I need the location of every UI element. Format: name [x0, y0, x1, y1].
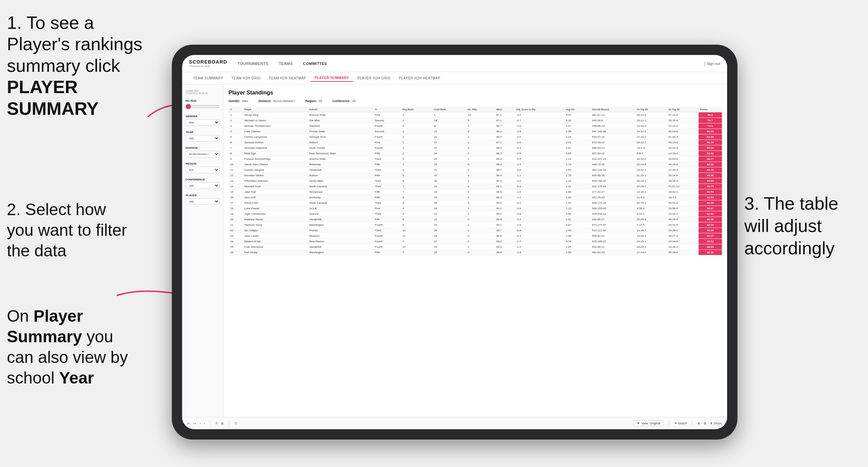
table-cell-17-6: 1	[466, 206, 494, 211]
table-cell-0-5: 1	[432, 112, 466, 118]
back-button[interactable]: ‹	[200, 422, 201, 425]
forward-button[interactable]: ›	[204, 422, 205, 425]
table-row[interactable]: 24Bastien AmatNew MexicoFourth127269.4-1…	[229, 239, 722, 244]
subnav-team-h2h-grid[interactable]: TEAM H2H GRID	[227, 75, 265, 81]
table-row[interactable]: 15Jake HallTennesseeFifth718068.6-1.51.6…	[229, 189, 722, 195]
top-navigation: SCOREBOARD Powered by dippi TOURNAMENTS …	[182, 55, 727, 72]
table-cell-22-0: 23	[229, 233, 243, 239]
table-row[interactable]: 14Maxwell FordNorth CarolinaThird722069.…	[229, 184, 722, 189]
table-row[interactable]: 12Brendan ValdesAuburnFifth537068.4-1.11…	[229, 173, 722, 178]
subnav-team-summary[interactable]: TEAM SUMMARY	[189, 75, 227, 81]
nav-item-tournaments[interactable]: TOURNAMENTS	[237, 60, 268, 67]
table-cell-23-10: 616-168-22	[590, 239, 635, 244]
table-cell-25-9: 1.56	[564, 250, 590, 255]
table-row[interactable]: 21Taehoon SongWashingtonFourth623169.1-1…	[229, 222, 722, 228]
table-cell-22-1: Jack Lundin	[243, 233, 308, 239]
export-button[interactable]: ⬇	[698, 422, 700, 425]
table-row[interactable]: 9Preston SummerhaysArizona StateThird324…	[229, 156, 722, 162]
col-reg-rank: Reg Rank	[401, 107, 432, 112]
filter-division-value: NCAA Division I	[273, 99, 295, 103]
player-select[interactable]: (All)	[186, 198, 220, 205]
table-row[interactable]: 18Luke PowellUCLAFirst424169.1-1.81.1350…	[229, 206, 722, 211]
filter-region-value: All	[319, 99, 322, 103]
table-cell-9-0: 10	[229, 162, 243, 167]
conference-select[interactable]: (All)	[186, 182, 220, 189]
table-row[interactable]: 25Cole SherwoodVanderbiltFourth1223169.3…	[229, 244, 722, 250]
table-row[interactable]: 7Nicholas GabrelcikNorth FloridaFourth12…	[229, 145, 722, 151]
table-cell-22-4: 11	[401, 233, 432, 239]
col-rank: #	[229, 107, 243, 112]
table-row[interactable]: 5Christo LamprechtGeorgia TechFourth2212…	[229, 134, 722, 140]
copy-button[interactable]: ⎘	[216, 422, 218, 425]
share-button[interactable]: ⬆ Share	[710, 422, 722, 425]
table-cell-11-6: 0	[466, 173, 494, 178]
table-cell-13-7: 69.1	[494, 184, 514, 189]
table-row[interactable]: 11Gordon SargentVanderbiltThird421068.7-…	[229, 167, 722, 173]
table-row[interactable]: 10Jacob Skov OlesenArkansasFifth123068.4…	[229, 162, 722, 167]
no-rds-slider[interactable]	[186, 104, 220, 109]
year-select[interactable]: (All)	[186, 135, 220, 142]
table-row[interactable]: 6Jackson KoivunAuburnFirst127167.3-2.02.…	[229, 140, 722, 145]
nav-item-teams[interactable]: TEAMS	[279, 60, 292, 67]
table-cell-23-9: 0.74	[564, 239, 590, 244]
table-row[interactable]: 13Phichaksn MaichonTexas A&MThird630169.…	[229, 178, 722, 184]
table-cell-3-11: 24-31-5	[635, 129, 667, 134]
col-conf-rank: Conf Rank	[432, 107, 466, 112]
table-cell-18-4: 5	[401, 211, 432, 217]
table-row[interactable]: 20Matthew RiedelVanderbiltFifth927068.8-…	[229, 217, 722, 222]
table-row[interactable]: 17David FordNorth CarolinaThird918069.0-…	[229, 200, 722, 206]
table-row[interactable]: 26Petr HrubyWashingtonFifth725068.6-1.81…	[229, 250, 722, 255]
subnav-player-summary[interactable]: PLAYER SUMMARY	[310, 75, 353, 82]
table-cell-9-1: Jacob Skov Olesen	[243, 162, 308, 167]
watch-button[interactable]: 👁 Watch	[674, 422, 687, 425]
col-points: Points	[699, 107, 722, 112]
redo-button[interactable]: ↪	[193, 422, 196, 425]
table-cell-20-8: -1.8	[514, 222, 564, 228]
subnav-player-h2h-heatmap[interactable]: PLAYER H2H HEATMAP	[395, 75, 445, 81]
table-cell-15-5: 19	[432, 195, 466, 200]
col-no-rds: No. Rds.	[466, 107, 494, 112]
table-row[interactable]: 16Alex GoffKentuckyFifth819068.3-1.71.92…	[229, 195, 722, 200]
table-cell-23-12: 19-16-0	[667, 239, 698, 244]
division-select[interactable]: NCAA Division I	[186, 151, 220, 157]
table-cell-21-2: Florida	[308, 228, 373, 233]
table-cell-18-3: Third	[373, 211, 401, 217]
view-original-button[interactable]: 👁 View: Original	[634, 420, 663, 426]
table-row[interactable]: 23Jack LundinMissouriFourth1124068.6-2.3…	[229, 233, 722, 239]
table-cell-24-13: 38.95	[699, 244, 722, 250]
table-cell-8-4: 3	[401, 156, 432, 162]
table-row[interactable]: 1Wenyi DingArizona StateFirst111567.1-3.…	[229, 112, 722, 118]
nav-item-committee[interactable]: COMMITTEE	[303, 60, 327, 67]
clock-button[interactable]: ⏱	[234, 422, 237, 425]
table-cell-10-11: 25-22-1	[635, 167, 667, 173]
table-cell-12-13: 43.83	[699, 178, 722, 184]
watch-label: Watch	[678, 422, 687, 425]
table-cell-4-12: 61-20-3	[667, 134, 698, 140]
undo-button[interactable]: ↩	[187, 422, 190, 425]
table-cell-8-0: 9	[229, 156, 243, 162]
table-cell-23-7: 69.4	[494, 239, 514, 244]
table-row[interactable]: 19Tiger ChristensenArizonaThird523269.2-…	[229, 211, 722, 217]
region-select[interactable]: N/A	[186, 167, 220, 173]
table-cell-14-5: 18	[432, 189, 466, 195]
table-row[interactable]: 2Michael Le SassoOle MissSecond118067.1-…	[229, 118, 722, 123]
table-cell-2-11: 10-10-0	[635, 123, 667, 129]
subnav-player-h2h-grid[interactable]: PLAYER H2H GRID	[353, 75, 395, 81]
table-row[interactable]: 3Michael ThorbjornsenStanfordFourth28168…	[229, 123, 722, 129]
table-row[interactable]: 22Ian GilliganFloridaThird1024168.7-0.81…	[229, 228, 722, 233]
table-cell-23-0: 24	[229, 239, 243, 244]
subnav-team-h2h-heatmap[interactable]: TEAM H2H HEATMAP	[265, 75, 310, 81]
table-cell-17-3: First	[373, 206, 401, 211]
paste-button[interactable]: ⊞	[221, 422, 224, 425]
sidebar-region: Region N/A	[186, 162, 220, 173]
sign-out-link[interactable]: | Sign out	[704, 62, 720, 66]
grid-button[interactable]: ⊞	[704, 422, 706, 425]
table-row[interactable]: 4Luke ClantonFlorida StateSecond127268.2…	[229, 129, 722, 134]
instruction-year-bold: Year	[59, 369, 94, 387]
table-cell-22-8: -2.3	[514, 233, 564, 239]
table-cell-16-13: 42.35	[699, 200, 722, 206]
gender-select[interactable]: Men	[186, 119, 220, 126]
table-cell-25-8: -1.8	[514, 250, 564, 255]
table-cell-3-6: 2	[466, 129, 494, 134]
table-row[interactable]: 8Mats EgeEast Tennessee StateFifth124268…	[229, 151, 722, 156]
